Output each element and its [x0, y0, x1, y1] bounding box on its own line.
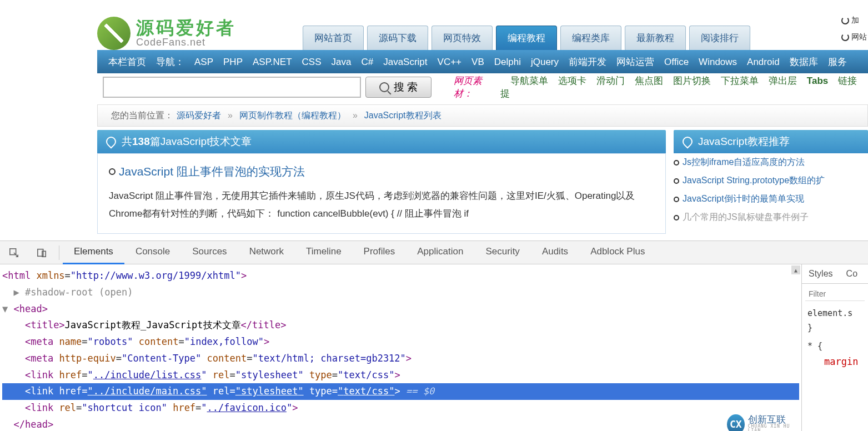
- scroll-up-icon[interactable]: ▲: [791, 265, 800, 274]
- search-button[interactable]: 搜 索: [365, 77, 432, 98]
- styles-filter-input[interactable]: [805, 287, 865, 301]
- nav-link[interactable]: VC++: [438, 57, 461, 67]
- material-link[interactable]: 弹出层: [769, 76, 797, 86]
- side-link[interactable]: Js控制iframe自适应高度的方法: [674, 153, 868, 172]
- tab-最新教程[interactable]: 最新教程: [625, 26, 686, 50]
- breadcrumb-item[interactable]: JavaScript教程列表: [364, 110, 441, 122]
- material-link[interactable]: Tabs: [807, 76, 828, 86]
- main-tabs: 网站首页源码下载网页特效编程教程编程类库最新教程阅读排行: [303, 26, 750, 50]
- devtools-tab-profiles[interactable]: Profiles: [353, 240, 407, 264]
- computed-tab[interactable]: Co: [840, 264, 864, 283]
- devtools-tab-timeline[interactable]: Timeline: [295, 240, 353, 264]
- nav-link[interactable]: ASP.NET: [253, 57, 292, 67]
- nav-link[interactable]: Windows: [699, 57, 737, 67]
- devtools-tab-adblock plus[interactable]: Adblock Plus: [579, 240, 656, 264]
- nav-link[interactable]: C#: [361, 57, 373, 67]
- tab-网页特效[interactable]: 网页特效: [432, 26, 493, 50]
- logo-chinese: 源码爱好者: [136, 19, 236, 37]
- nav-link[interactable]: Delphi: [494, 57, 521, 67]
- nav-link[interactable]: CSS: [302, 57, 322, 67]
- nav-bar: 本栏首页 导航： ASPPHPASP.NETCSSJavaC#JavaScrip…: [97, 50, 868, 73]
- material-link[interactable]: 滑动门: [596, 76, 625, 86]
- bullet-icon: [674, 178, 679, 184]
- devtools-tab-security[interactable]: Security: [474, 240, 530, 264]
- material-link[interactable]: 下拉菜单: [721, 76, 759, 86]
- breadcrumb-item[interactable]: 源码爱好者: [177, 110, 221, 122]
- logo-icon: [97, 17, 131, 50]
- article-description: JavaScript 阻止事件冒泡，无使用其它插件来辅助，原生JS代码，考虑到浏…: [109, 187, 654, 223]
- devtools-tab-audits[interactable]: Audits: [531, 240, 579, 264]
- devtools-tab-network[interactable]: Network: [238, 240, 295, 264]
- tab-编程教程[interactable]: 编程教程: [496, 26, 557, 50]
- styles-tab[interactable]: Styles: [802, 264, 840, 283]
- devtools-tab-elements[interactable]: Elements: [63, 240, 124, 264]
- nav-link[interactable]: VB: [471, 57, 484, 67]
- refresh-icon: [841, 33, 849, 41]
- bullet-icon: [674, 197, 679, 202]
- selected-dom-line: <link href="../include/main.css" rel="st…: [2, 383, 799, 400]
- nav-link[interactable]: Android: [747, 57, 780, 67]
- side-panel-header: JavaScript教程推荐: [674, 130, 868, 153]
- nav-label: 导航：: [156, 56, 184, 68]
- material-link[interactable]: 导航菜单: [510, 76, 548, 86]
- bullet-icon: [674, 160, 679, 166]
- nav-link[interactable]: 前端开发: [569, 57, 606, 67]
- clip-icon: [104, 134, 118, 148]
- devtools-panel: ElementsConsoleSourcesNetworkTimelinePro…: [0, 240, 868, 431]
- tab-编程类库[interactable]: 编程类库: [560, 26, 621, 50]
- search-icon: [379, 82, 389, 92]
- material-link[interactable]: 选项卡: [558, 76, 586, 86]
- side-link[interactable]: JavaScript String.prototype数组的扩: [674, 172, 868, 190]
- devtools-styles-pane: Styles Co element.s } * { margin: [801, 264, 868, 431]
- bullet-icon: [109, 168, 116, 175]
- nav-link[interactable]: PHP: [223, 57, 243, 67]
- nav-link[interactable]: Java: [332, 57, 352, 67]
- side-link[interactable]: JavaScript倒计时的最简单实现: [674, 190, 868, 208]
- breadcrumb-item[interactable]: 网页制作教程（编程教程）: [239, 110, 346, 122]
- devtools-tab-sources[interactable]: Sources: [181, 240, 238, 264]
- tab-源码下载[interactable]: 源码下载: [367, 26, 428, 50]
- article-title-link[interactable]: JavaScript 阻止事件冒泡的实现方法: [109, 164, 654, 179]
- devtools-dom-tree[interactable]: <html xmlns="http://www.w3.org/1999/xhtm…: [0, 264, 801, 431]
- watermark-icon: CX: [727, 414, 745, 432]
- scrollbar[interactable]: ▲: [791, 265, 800, 431]
- nav-link[interactable]: jQuery: [531, 57, 559, 67]
- nav-link[interactable]: 数据库: [790, 57, 818, 67]
- side-link[interactable]: 几个常用的JS鼠标键盘事件例子: [674, 208, 868, 227]
- clip-icon: [680, 134, 694, 148]
- refresh-icon: [841, 17, 849, 24]
- devtools-tab-application[interactable]: Application: [406, 240, 474, 264]
- nav-link[interactable]: Office: [664, 57, 689, 67]
- devtools-toolbar: ElementsConsoleSourcesNetworkTimelinePro…: [0, 241, 868, 264]
- nav-link[interactable]: JavaScript: [383, 57, 427, 67]
- bullet-icon: [674, 215, 679, 220]
- logo-english: CodeFans.net: [136, 37, 236, 48]
- tab-阅读排行[interactable]: 阅读排行: [689, 26, 750, 50]
- site-logo[interactable]: 源码爱好者 CodeFans.net: [97, 17, 236, 50]
- materials-label: 网页素材：: [454, 74, 500, 100]
- top-right-links: 加 网站: [841, 16, 867, 49]
- devtools-tab-console[interactable]: Console: [124, 240, 181, 264]
- material-link[interactable]: 焦点图: [635, 76, 663, 86]
- nav-link[interactable]: ASP: [194, 57, 213, 67]
- tab-网站首页[interactable]: 网站首页: [303, 26, 364, 50]
- inspect-icon[interactable]: [6, 244, 22, 261]
- breadcrumb: 您的当前位置： 源码爱好者» 网页制作教程（编程教程）» JavaScript教…: [97, 104, 868, 127]
- watermark: CX 创新互联CHUANG XIN HU LIAN: [727, 414, 799, 432]
- nav-link[interactable]: 服务: [828, 57, 847, 67]
- main-panel-header: 共 138 篇JavaScript技术文章: [97, 130, 666, 153]
- search-input[interactable]: [103, 77, 361, 98]
- material-link[interactable]: 图片切换: [673, 76, 711, 86]
- nav-home[interactable]: 本栏首页: [108, 56, 146, 68]
- nav-link[interactable]: 网站运营: [616, 57, 654, 67]
- device-icon[interactable]: [33, 244, 50, 261]
